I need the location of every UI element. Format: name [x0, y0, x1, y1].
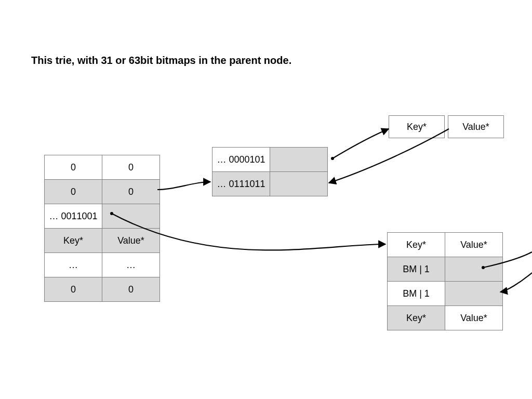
cell: BM | 1	[388, 257, 445, 282]
cell	[270, 148, 328, 172]
svg-point-1	[331, 157, 334, 160]
cell: …	[102, 253, 160, 277]
cell: … 0000101	[212, 148, 270, 172]
cell: Value*	[102, 229, 160, 253]
left-table: 00 00 … 0011001 Key*Value* …… 00	[44, 155, 160, 302]
cell: 0	[45, 277, 102, 302]
cell: 0	[102, 277, 160, 302]
cell	[270, 172, 328, 196]
page-title: This trie, with 31 or 63bit bitmaps in t…	[31, 55, 291, 66]
cell: … 0111011	[212, 172, 270, 196]
cell: Key*	[388, 233, 445, 257]
cell: Key*	[45, 229, 102, 253]
cell: 0	[45, 180, 102, 204]
top-key-cell: Key*	[389, 115, 445, 138]
cell: Value*	[445, 306, 503, 330]
cell	[445, 257, 503, 282]
cell: 0	[102, 155, 160, 180]
cell: 0	[102, 180, 160, 204]
cell: Key*	[388, 306, 445, 330]
right-table: Key*Value* BM | 1 BM | 1 Key*Value*	[387, 232, 503, 330]
mid-table: … 0000101 … 0111011	[212, 147, 328, 196]
cell: Value*	[445, 233, 503, 257]
cell	[445, 282, 503, 306]
cell: BM | 1	[388, 282, 445, 306]
top-value-cell: Value*	[448, 115, 504, 138]
cell: … 0011001	[45, 204, 102, 229]
cell	[102, 204, 160, 229]
cell: …	[45, 253, 102, 277]
cell: 0	[45, 155, 102, 180]
